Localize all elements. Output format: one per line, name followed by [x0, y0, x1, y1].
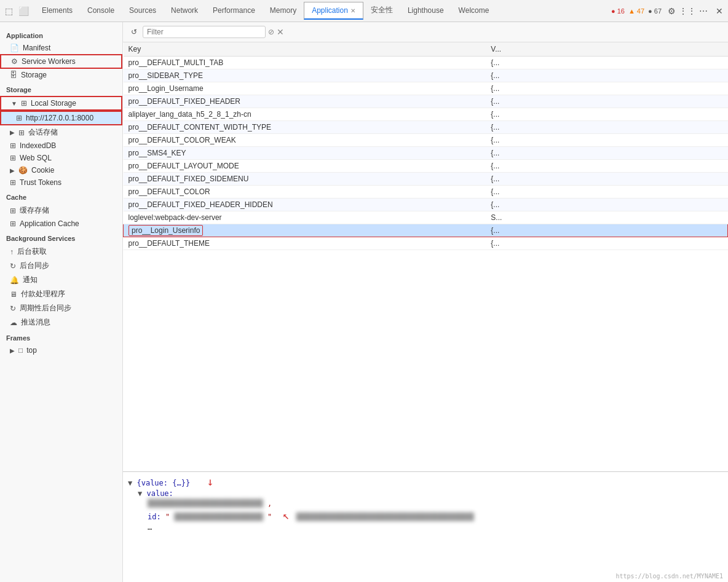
- json-line-1: ▼ {value: {…}} ↓: [128, 474, 723, 489]
- tab-performance[interactable]: Performance: [205, 2, 263, 20]
- table-row[interactable]: pro__Login_Username{...: [124, 82, 728, 95]
- toolbar-icons: ⬚ ⬜: [2, 5, 34, 17]
- sidebar-item-service-workers[interactable]: ⚙ Service Workers: [0, 54, 122, 69]
- json-key-1: {value: {…}}: [136, 479, 190, 487]
- sidebar-item-cookie[interactable]: ▶ 🍪 Cookie: [0, 164, 122, 176]
- frames-icon: □: [18, 346, 23, 355]
- table-row[interactable]: loglevel:webpack-dev-serverS...: [124, 211, 728, 224]
- tab-lighthouse[interactable]: Lighthouse: [400, 2, 451, 20]
- sidebar-item-push[interactable]: ☁ 推送消息: [0, 315, 122, 329]
- filter-input[interactable]: [143, 26, 266, 38]
- table-row[interactable]: pro__DEFAULT_COLOR_WEAK{...: [124, 134, 728, 147]
- sidebar-item-payment-handler[interactable]: 🖥 付款处理程序: [0, 287, 122, 301]
- tab-sources[interactable]: Sources: [122, 2, 164, 20]
- table-cell-value: {...: [486, 173, 727, 186]
- sidebar-item-session-storage[interactable]: ▶ ⊞ 会话存储: [0, 125, 122, 140]
- table-row[interactable]: pro__DEFAULT_THEME{...: [124, 237, 728, 250]
- sidebar-item-notifications[interactable]: 🔔 通知: [0, 273, 122, 287]
- table-cell-value: {...: [486, 147, 727, 160]
- table-cell-value: {...: [486, 160, 727, 173]
- tab-welcome[interactable]: Welcome: [451, 2, 497, 20]
- manifest-icon: 📄: [10, 44, 19, 52]
- table-cell-value: {...: [486, 95, 727, 108]
- indexeddb-icon: ⊞: [10, 141, 16, 150]
- local-storage-expand-icon[interactable]: ▼: [11, 100, 17, 107]
- cache-storage-icon: ⊞: [10, 206, 16, 215]
- bottom-panel: ▼ {value: {…}} ↓ ▼ value: ██████████████…: [123, 471, 728, 582]
- table-row[interactable]: pro__DEFAULT_LAYOUT_MODE{...: [124, 160, 728, 173]
- sidebar-item-localhost[interactable]: ⊞ http://127.0.0.1:8000: [0, 111, 122, 125]
- sidebar-item-local-storage[interactable]: ▼ ⊞ Local Storage: [0, 96, 122, 111]
- table-row[interactable]: pro__DEFAULT_CONTENT_WIDTH_TYPE{...: [124, 121, 728, 134]
- tab-elements[interactable]: Elements: [34, 2, 80, 20]
- sidebar-item-websql[interactable]: ⊞ Web SQL: [0, 152, 122, 164]
- table-cell-key: pro__DEFAULT_LAYOUT_MODE: [124, 160, 486, 173]
- table-row[interactable]: pro__DEFAULT_FIXED_HEADER_HIDDEN{...: [124, 199, 728, 211]
- json-blurred-1: ██████████████████████████: [148, 499, 263, 508]
- tab-console[interactable]: Console: [80, 2, 122, 20]
- table-row[interactable]: pro__SMS4_KEY{...: [124, 147, 728, 160]
- tab-application[interactable]: Application ✕: [304, 2, 363, 20]
- table-row[interactable]: pro__DEFAULT_COLOR{...: [124, 186, 728, 199]
- table-row[interactable]: pro__DEFAULT_FIXED_SIDEMENU{...: [124, 173, 728, 186]
- json-expand-1[interactable]: ▼: [128, 479, 132, 487]
- table-cell-key: pro__DEFAULT_FIXED_HEADER_HIDDEN: [124, 199, 486, 211]
- sidebar-item-manifest-label: Manifest: [23, 44, 50, 52]
- table-row[interactable]: pro__DEFAULT_MULTI_TAB{...: [124, 57, 728, 69]
- refresh-button[interactable]: ↺: [128, 26, 140, 38]
- device-icon[interactable]: ⬜: [17, 5, 30, 17]
- sidebar-frames-title: Frames: [0, 329, 122, 344]
- sidebar-item-service-workers-label: Service Workers: [22, 57, 76, 66]
- sidebar-item-local-storage-label: Local Storage: [31, 99, 76, 108]
- more-icon[interactable]: ⋯: [697, 5, 710, 17]
- sidebar-item-manifest[interactable]: 📄 Manifest: [0, 42, 122, 54]
- close-devtools-icon[interactable]: ✕: [713, 5, 726, 17]
- sidebar-item-storage[interactable]: 🗄 Storage: [0, 69, 122, 81]
- table-cell-value: {...: [486, 121, 727, 134]
- sidebar-item-trust-tokens[interactable]: ⊞ Trust Tokens: [0, 176, 122, 189]
- json-key-id: id:: [148, 513, 165, 521]
- table-row[interactable]: pro__Login_Userinfo{...: [124, 224, 728, 237]
- sidebar-item-bg-sync[interactable]: ↻ 后台同步: [0, 259, 122, 273]
- customize-icon[interactable]: ⋮⋮: [681, 5, 694, 17]
- sidebar-item-bg-fetch[interactable]: ↑ 后台获取: [0, 245, 122, 259]
- table-row[interactable]: pro__SIDEBAR_TYPE{...: [124, 69, 728, 82]
- tabs-bar: Elements Console Sources Network Perform…: [34, 1, 611, 20]
- url-bar: https://blog.csdn.net/MYNAME1: [615, 573, 723, 580]
- json-line-4: id: " ████████████████████ " ↖ █████████…: [128, 508, 723, 522]
- tab-memory[interactable]: Memory: [263, 2, 304, 20]
- tab-application-close[interactable]: ✕: [350, 7, 355, 14]
- inspect-icon[interactable]: ⬚: [2, 5, 15, 17]
- json-expand-2[interactable]: ▼: [138, 489, 142, 498]
- cookie-icon: 🍪: [18, 166, 28, 175]
- sidebar-item-cache-storage[interactable]: ⊞ 缓存存储: [0, 203, 122, 218]
- filter-cancel-icon[interactable]: ✕: [277, 27, 284, 37]
- sidebar-application-title: Application: [0, 27, 122, 42]
- main-container: Application 📄 Manifest ⚙ Service Workers…: [0, 22, 728, 582]
- json-blurred-2: ████████████████████: [174, 513, 263, 521]
- cookie-expand-icon[interactable]: ▶: [10, 167, 15, 174]
- tab-security[interactable]: 安全性: [363, 1, 400, 20]
- col-header-key: Key: [124, 42, 486, 57]
- sidebar: Application 📄 Manifest ⚙ Service Workers…: [0, 22, 123, 582]
- storage-icon: 🗄: [10, 71, 17, 79]
- table-row[interactable]: aliplayer_lang_data_h5_2_8_1_zh-cn{...: [124, 108, 728, 121]
- settings-icon[interactable]: ⚙: [665, 5, 678, 17]
- sidebar-item-indexeddb[interactable]: ⊞ IndexedDB: [0, 140, 122, 152]
- warn-count: ▲ 47: [628, 7, 644, 15]
- filter-clear-icon[interactable]: ⊘: [268, 28, 274, 36]
- notifications-icon: 🔔: [10, 276, 19, 285]
- sidebar-item-periodic-sync[interactable]: ↻ 周期性后台同步: [0, 301, 122, 315]
- table-cell-value: {...: [486, 57, 727, 69]
- json-str-close: ": [267, 513, 272, 521]
- sidebar-item-payment-label: 付款处理程序: [21, 289, 65, 299]
- app-cache-icon: ⊞: [10, 219, 16, 228]
- tab-network[interactable]: Network: [164, 2, 205, 20]
- table-row[interactable]: pro__DEFAULT_FIXED_HEADER{...: [124, 95, 728, 108]
- session-expand-icon[interactable]: ▶: [10, 129, 15, 136]
- sidebar-item-app-cache[interactable]: ⊞ Application Cache: [0, 218, 122, 230]
- sidebar-item-frames-top[interactable]: ▶ □ top: [0, 344, 122, 356]
- sidebar-item-indexeddb-label: IndexedDB: [20, 141, 56, 150]
- arrow-2: ↖: [283, 509, 290, 522]
- frames-expand-icon[interactable]: ▶: [10, 347, 15, 354]
